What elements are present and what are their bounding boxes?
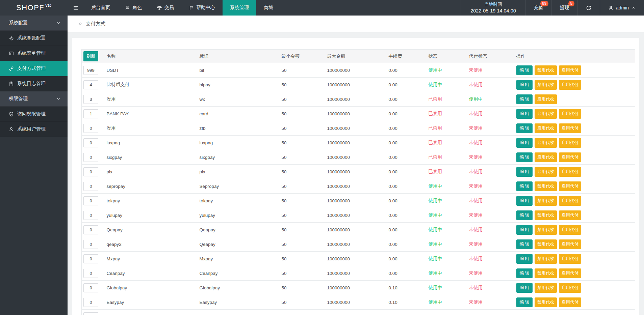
enable-payout-button[interactable]: 启用代付 (559, 239, 581, 249)
sort-input[interactable] (83, 254, 98, 263)
edit-button[interactable]: 编 辑 (516, 65, 533, 75)
status-cell: 已禁用 (429, 92, 469, 107)
code-cell-value: Qeapay (200, 227, 215, 232)
sort-input[interactable] (83, 225, 98, 234)
edit-button[interactable]: 编 辑 (516, 109, 533, 119)
disable-collect-button[interactable]: 禁用代收 (535, 268, 557, 278)
refresh-page-button[interactable] (577, 0, 600, 16)
nav-item-roles[interactable]: 角色 (118, 0, 149, 16)
disable-collect-button[interactable]: 禁用代收 (535, 283, 557, 293)
edit-button[interactable]: 编 辑 (516, 123, 533, 133)
fee-cell: 0.00 (389, 63, 429, 78)
sidebar-item-payment-methods[interactable]: 支付方式管理 (0, 61, 68, 76)
min-amount-cell: 50 (282, 252, 327, 266)
nav-item-help[interactable]: 帮助中心 (181, 0, 223, 16)
payout-status-cell-badge: 未使用 (469, 67, 483, 73)
enable-collect-button[interactable]: 启用代收 (535, 167, 557, 177)
enable-payout-button[interactable]: 启用代付 (559, 283, 581, 293)
enable-collect-button[interactable]: 启用代收 (535, 123, 557, 133)
enable-payout-button[interactable]: 启用代付 (559, 109, 581, 119)
disable-collect-button[interactable]: 禁用代收 (535, 65, 557, 75)
disable-collect-button[interactable]: 禁用代收 (535, 181, 557, 191)
enable-collect-button[interactable]: 启用代收 (535, 152, 557, 162)
enable-payout-button[interactable]: 启用代付 (559, 123, 581, 133)
sidebar-group-system-config[interactable]: 系统配置 (0, 16, 68, 31)
recharge-button[interactable]: 充值 89 (525, 0, 551, 16)
sort-input[interactable] (83, 124, 98, 133)
sort-input[interactable] (83, 196, 98, 205)
edit-button[interactable]: 编 辑 (516, 94, 533, 104)
enable-payout-button[interactable]: 启用代付 (559, 196, 581, 206)
table-row: GlobalpayGlobalpay501000000000.10使用中未使用编… (82, 281, 635, 295)
edit-button[interactable]: 编 辑 (516, 138, 533, 148)
sort-input[interactable] (83, 153, 98, 162)
edit-button[interactable]: 编 辑 (516, 167, 533, 177)
sort-input[interactable] (83, 109, 98, 118)
sidebar-item-system-params[interactable]: 系统参数配置 (0, 31, 68, 46)
enable-payout-button[interactable]: 启用代付 (559, 80, 581, 90)
status-cell: 已禁用 (429, 136, 469, 150)
withdraw-button[interactable]: 提现 5 (551, 0, 577, 16)
enable-collect-button[interactable]: 启用代收 (535, 138, 557, 148)
sort-input[interactable] (83, 66, 98, 75)
edit-button[interactable]: 编 辑 (516, 181, 533, 191)
disable-collect-button[interactable]: 禁用代收 (535, 297, 557, 307)
table-row: tokpaytokpay501000000000.00使用中未使用编 辑禁用代收… (82, 194, 635, 208)
sort-input[interactable] (83, 312, 98, 315)
sort-input[interactable] (83, 298, 98, 307)
edit-button[interactable]: 编 辑 (516, 297, 533, 307)
disable-collect-button[interactable]: 禁用代收 (535, 239, 557, 249)
sort-input[interactable] (83, 138, 98, 147)
edit-button[interactable]: 编 辑 (516, 80, 533, 90)
edit-button[interactable]: 编 辑 (516, 254, 533, 264)
code-cell: sixgpay (200, 150, 282, 165)
enable-payout-button[interactable]: 启用代付 (559, 152, 581, 162)
enable-collect-button[interactable]: 启用代收 (535, 94, 557, 104)
disable-collect-button[interactable]: 禁用代收 (535, 210, 557, 220)
sort-input[interactable] (83, 211, 98, 220)
nav-item-mall[interactable]: 商城 (256, 0, 281, 16)
nav-item-home[interactable]: 后台首页 (84, 0, 118, 16)
actions-cell: 编 辑启用代收 (516, 92, 635, 107)
sidebar-toggle-button[interactable] (68, 0, 84, 16)
nav-item-system[interactable]: 系统管理 (223, 0, 256, 16)
edit-button[interactable]: 编 辑 (516, 283, 533, 293)
edit-button[interactable]: 编 辑 (516, 225, 533, 235)
edit-button[interactable]: 编 辑 (516, 210, 533, 220)
sidebar-item-access-perms[interactable]: 访问权限管理 (0, 107, 68, 122)
refresh-table-button[interactable]: 刷新 (83, 51, 98, 61)
edit-button[interactable]: 编 辑 (516, 196, 533, 206)
sort-input[interactable] (83, 182, 98, 191)
sort-input[interactable] (83, 283, 98, 292)
edit-button[interactable]: 编 辑 (516, 268, 533, 278)
sidebar-item-system-users[interactable]: 系统用户管理 (0, 122, 68, 137)
nav-item-trade[interactable]: 交易 (149, 0, 181, 16)
user-menu[interactable]: admin (600, 0, 644, 16)
enable-payout-button[interactable]: 启用代付 (559, 167, 581, 177)
sort-input[interactable] (83, 240, 98, 249)
sort-input[interactable] (83, 80, 98, 89)
enable-payout-button[interactable]: 启用代付 (559, 138, 581, 148)
enable-payout-button[interactable]: 启用代付 (559, 65, 581, 75)
sidebar-item-system-menu[interactable]: 系统菜单管理 (0, 46, 68, 61)
sidebar-group-permissions[interactable]: 权限管理 (0, 91, 68, 107)
enable-collect-button[interactable]: 启用代收 (535, 109, 557, 119)
disable-collect-button[interactable]: 禁用代收 (535, 254, 557, 264)
edit-button[interactable]: 编 辑 (516, 239, 533, 249)
enable-payout-button[interactable]: 启用代付 (559, 254, 581, 264)
enable-payout-button[interactable]: 启用代付 (559, 225, 581, 235)
enable-payout-button[interactable]: 启用代付 (559, 181, 581, 191)
enable-payout-button[interactable]: 启用代付 (559, 210, 581, 220)
disable-collect-button[interactable]: 禁用代收 (535, 225, 557, 235)
sidebar-item-system-logs[interactable]: 系统日志管理 (0, 76, 68, 91)
disable-collect-button[interactable]: 禁用代收 (535, 80, 557, 90)
sort-input[interactable] (83, 269, 98, 278)
double-chevron-right-icon (78, 21, 83, 26)
sort-input[interactable] (83, 167, 98, 176)
enable-payout-button[interactable]: 启用代付 (559, 268, 581, 278)
disable-collect-button[interactable]: 禁用代收 (535, 196, 557, 206)
table-body: USDTbit501000000000.00使用中未使用编 辑禁用代收启用代付比… (82, 63, 635, 315)
edit-button[interactable]: 编 辑 (516, 152, 533, 162)
sort-input[interactable] (83, 95, 98, 104)
enable-payout-button[interactable]: 启用代付 (559, 297, 581, 307)
